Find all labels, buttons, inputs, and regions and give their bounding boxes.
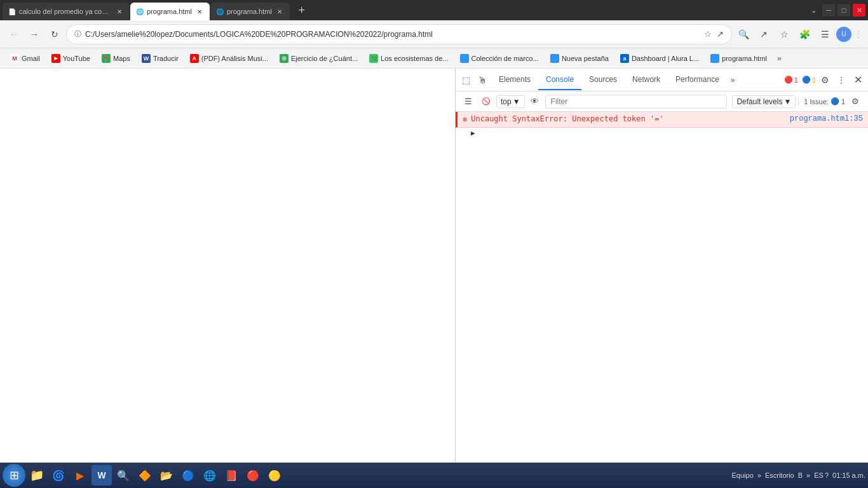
language-indicator: ES ?	[814, 471, 829, 479]
console-eye-button[interactable]: 👁	[527, 94, 543, 109]
levels-dropdown-icon: ▼	[783, 97, 791, 106]
tab1-close-button[interactable]: ✕	[114, 6, 125, 17]
window-button[interactable]: ☰	[816, 25, 834, 43]
taskbar-media-icon[interactable]: ▶	[70, 465, 90, 485]
devtools-more-button[interactable]: ⋮	[834, 72, 849, 88]
title-bar: 📄 calculo del promedio ya con Ma... ✕ 🌐 …	[0, 0, 868, 20]
warn-badge: 🔵 1	[802, 76, 816, 84]
bookmark-ejercicio-label: Ejercicio de ¿Cuánt...	[291, 55, 358, 62]
more-options-button[interactable]: ⋮	[854, 29, 863, 39]
new-tab-button[interactable]: +	[293, 1, 311, 19]
bookmark-programa[interactable]: 🌐 programa.html	[705, 52, 772, 65]
taskbar-more2[interactable]: »	[806, 471, 810, 479]
share-icon[interactable]: ↗	[717, 29, 724, 39]
bookmark-ejercicio[interactable]: ⊕ Ejercicio de ¿Cuánt...	[275, 52, 363, 65]
tab2-close-button[interactable]: ✕	[194, 6, 205, 17]
console-context-selector[interactable]: top ▼	[496, 95, 525, 108]
pdf-favicon: A	[190, 54, 199, 63]
bookmark-star-icon[interactable]: ☆	[704, 29, 712, 39]
maximize-button[interactable]: □	[837, 4, 850, 17]
tab2-favicon: 🌐	[135, 7, 144, 16]
bookmark-traducir[interactable]: W Traducir	[137, 52, 184, 65]
bookmark-coleccion[interactable]: 🌐 Colección de marco...	[455, 52, 544, 65]
taskbar-app1-icon[interactable]: 🔵	[178, 465, 198, 485]
taskbar-pdf-icon[interactable]: 📕	[221, 465, 241, 485]
error-source-link[interactable]: programa.html:35	[790, 114, 863, 123]
bookmark-nueva-pestana[interactable]: 🌐 Nueva pestaña	[545, 52, 614, 65]
close-button[interactable]: ✕	[853, 4, 865, 17]
programa-favicon: 🌐	[710, 54, 719, 63]
devtools-header: ⬚ 🖱 Elements Console Sources Network Per…	[456, 69, 868, 92]
bookmark-pdf[interactable]: A (PDF) Análisis Musi...	[185, 52, 273, 65]
bookmarks-more-button[interactable]: »	[773, 52, 785, 65]
devtools-tab-console[interactable]: Console	[538, 70, 581, 90]
bookmark-youtube-label: YouTube	[63, 55, 90, 62]
devtools-settings-button[interactable]: ⚙	[817, 72, 832, 88]
bookmark-alura[interactable]: a Dashboard | Alura L...	[615, 52, 704, 65]
extensions-button[interactable]: 🧩	[796, 25, 813, 43]
back-button[interactable]: ←	[5, 25, 23, 43]
console-levels-selector[interactable]: Default levels ▼	[732, 95, 796, 108]
devtools-dock-button[interactable]: ⬚	[458, 72, 473, 88]
browser-tab-2[interactable]: 🌐 programa.html ✕	[130, 3, 210, 20]
start-button[interactable]: ⊞	[3, 464, 25, 487]
error-count: 1	[794, 76, 798, 84]
console-gear-button[interactable]: ⚙	[848, 94, 863, 109]
console-no-button[interactable]: 🚫	[478, 94, 494, 109]
browser-tab-1[interactable]: 📄 calculo del promedio ya con Ma... ✕	[3, 3, 130, 20]
devtools-tab-network[interactable]: Network	[625, 70, 668, 90]
forward-button[interactable]: →	[25, 25, 43, 43]
profile-button[interactable]: U	[836, 27, 851, 42]
taskbar-folder-icon[interactable]: 📂	[156, 465, 177, 485]
share-button[interactable]: ↗	[755, 25, 773, 43]
bookmark-ecosistemas[interactable]: 🌿 Los ecosistemas de...	[364, 52, 453, 65]
equipo-label: Equipo	[732, 471, 754, 479]
devtools-more-tabs-button[interactable]: »	[727, 71, 739, 90]
lang-code: ES	[814, 471, 824, 479]
address-bar[interactable]: ⓘ C:/Users/amelie%20lopez/Documents/LOGI…	[66, 24, 732, 44]
navigation-bar: ← → ↻ ⓘ C:/Users/amelie%20lopez/Document…	[0, 20, 868, 48]
taskbar-search-icon[interactable]: 🔍	[113, 465, 133, 485]
taskbar-ie-icon[interactable]: 🌀	[48, 465, 69, 485]
context-dropdown-icon: ▼	[513, 97, 520, 106]
bookmark-button[interactable]: ☆	[775, 25, 793, 43]
console-toolbar-left: ☰ 🚫	[461, 94, 494, 109]
console-output: ⊗ Uncaught SyntaxError: Unexpected token…	[456, 112, 868, 463]
console-expand-row: ▶	[456, 128, 868, 139]
browser-tab-3[interactable]: 🌐 programa.html ✕	[210, 3, 290, 20]
taskbar-b-label: B	[798, 471, 803, 479]
bookmark-gmail[interactable]: M Gmail	[5, 52, 45, 65]
dropdown-button[interactable]: ⌄	[807, 4, 820, 17]
expand-arrow-icon[interactable]: ▶	[471, 129, 475, 137]
nav-right-buttons: 🔍 ↗ ☆ 🧩 ☰ U ⋮	[735, 25, 863, 43]
console-filter-input[interactable]	[545, 95, 728, 109]
issue-label: 1 Issue:	[804, 98, 829, 105]
ejercicio-favicon: ⊕	[280, 54, 288, 63]
bookmark-maps-label: Maps	[113, 55, 130, 62]
console-sidebar-button[interactable]: ☰	[461, 94, 476, 109]
tab2-title: programa.html	[147, 8, 192, 15]
escritorio-label: Escritorio	[765, 471, 794, 479]
reload-button[interactable]: ↻	[46, 25, 64, 43]
taskbar-chrome2-icon[interactable]: 🔴	[243, 465, 263, 485]
bookmark-maps[interactable]: 📍 Maps	[97, 52, 135, 65]
tab3-close-button[interactable]: ✕	[275, 6, 285, 17]
devtools-tab-elements[interactable]: Elements	[491, 70, 538, 90]
devtools-tab-performance[interactable]: Performance	[668, 70, 727, 90]
taskbar-vlc-icon[interactable]: 🔶	[135, 465, 155, 485]
search-icon[interactable]: 🔍	[735, 25, 752, 43]
bookmark-youtube[interactable]: ▶ YouTube	[46, 52, 95, 65]
devtools-inspect-button[interactable]: 🖱	[475, 72, 490, 88]
minimize-button[interactable]: ─	[822, 4, 835, 17]
help-icon[interactable]: ?	[825, 471, 829, 479]
taskbar-word-icon[interactable]: W	[92, 465, 112, 485]
devtools-close-button[interactable]: ✕	[850, 72, 865, 88]
taskbar-more1[interactable]: »	[757, 471, 761, 479]
devtools-tab-sources[interactable]: Sources	[581, 70, 625, 90]
taskbar-explorer-icon[interactable]: 📁	[27, 465, 47, 485]
taskbar-sub-icon[interactable]: 🟡	[264, 465, 285, 485]
devtools-tabs: Elements Console Sources Network Perform…	[491, 70, 783, 90]
levels-label: Default levels	[736, 97, 782, 106]
taskbar-chrome-icon[interactable]: 🌐	[200, 465, 220, 485]
top-label: top	[501, 97, 512, 106]
